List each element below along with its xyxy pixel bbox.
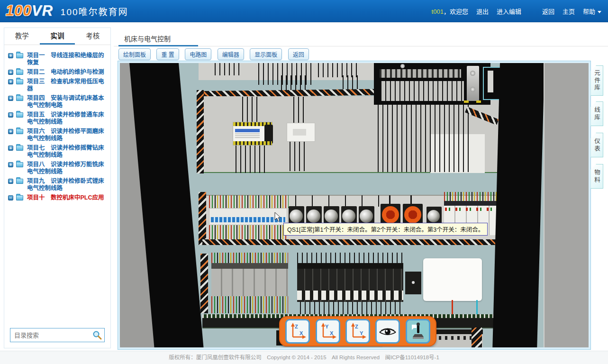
mini-relay-row[interactable] <box>297 263 403 302</box>
relay-module[interactable] <box>287 123 315 142</box>
open-folder-icon <box>16 195 23 200</box>
expand-plus-icon[interactable] <box>8 146 13 151</box>
hazard-duct-left <box>197 90 204 173</box>
tree-item-label: 项目七 识读并检修摇臂钻床电气控制线路 <box>27 145 104 158</box>
view-eye-button[interactable] <box>375 319 400 344</box>
contactor-caps <box>444 201 501 206</box>
folder-icon <box>16 79 23 84</box>
tree-item-selected[interactable]: 项目十 数控机床中PLC应用 <box>6 194 109 203</box>
view-front-button[interactable]: Z X <box>285 319 310 344</box>
tab-training[interactable]: 实训 <box>40 28 75 45</box>
return-button[interactable]: 返回 <box>288 48 309 60</box>
nav-enter-edit[interactable]: 进入编辑 <box>497 7 521 16</box>
expand-plus-icon[interactable] <box>8 96 13 101</box>
tab-wire-library[interactable]: 线库 <box>590 101 603 126</box>
eye-icon <box>378 322 397 341</box>
expand-plus-icon[interactable] <box>8 129 13 134</box>
welcome-text: t001，欢迎您 <box>432 7 468 16</box>
tree-item[interactable]: 项目七 识读并检修摇臂钻床电气控制线路 <box>6 144 109 161</box>
estop-knob <box>404 206 421 223</box>
expand-plus-icon[interactable] <box>8 112 13 118</box>
3d-viewport[interactable]: QS1[正常]第1个开关：未闭合。第2个开关：未闭合。第3个开关：未闭合。 Z <box>120 63 589 347</box>
expand-plus-icon[interactable] <box>8 179 13 184</box>
contactor-indicators <box>445 208 500 211</box>
button-knob <box>427 210 440 222</box>
tab-materials[interactable]: 物料 <box>590 164 603 189</box>
hazard-duct-bottom <box>202 239 502 245</box>
hazard-duct-stub <box>472 328 482 347</box>
search-icon[interactable] <box>92 330 102 340</box>
expand-plus-icon[interactable] <box>8 70 13 75</box>
colored-wires <box>211 296 288 313</box>
hazard-duct-left <box>200 254 208 313</box>
tree-item[interactable]: 项目八 识读并检修万能铣床电气控制线路 <box>6 161 109 177</box>
nav-help-label: 帮助 <box>583 8 595 15</box>
chevron-down-icon <box>598 11 601 15</box>
terminal-connector[interactable] <box>405 272 421 294</box>
tree-item[interactable]: 项目二 电动机的维护与检测 <box>6 68 109 78</box>
indicator-mark <box>476 100 481 103</box>
tab-component-library[interactable]: 元件库 <box>590 65 603 96</box>
reset-button[interactable]: 重 置 <box>156 48 179 60</box>
collapse-minus-icon[interactable] <box>8 195 13 200</box>
transformer-text-lines <box>235 134 260 139</box>
tree-item-label: 项目三 检查机床常用低压电器 <box>27 78 104 92</box>
draw-panel-button[interactable]: 绘制面板 <box>118 48 151 60</box>
folder-icon <box>16 162 23 167</box>
wire-bundle <box>215 63 239 75</box>
wire-bundle <box>293 97 308 123</box>
tree-item-label: 项目六 识读并检修平面磨床电气控制线路 <box>27 128 104 142</box>
view-joystick-button[interactable] <box>406 319 430 344</box>
tree-item[interactable]: 项目九 识读并检修卧式镗床电气控制线路 <box>6 177 109 194</box>
circuit-diagram-button[interactable]: 电路图 <box>185 48 211 60</box>
expand-plus-icon[interactable] <box>8 79 13 84</box>
site-logo[interactable]: 100 VR <box>6 2 53 19</box>
folder-icon <box>16 112 23 118</box>
search-input[interactable] <box>10 328 105 342</box>
cyan-wire <box>476 300 478 314</box>
mini-relay-caps <box>297 263 403 269</box>
svg-text:Z: Z <box>355 324 358 329</box>
tree-item-label: 项目五 识读并检修普通车床电气控制线路 <box>27 111 104 125</box>
wire-bundle <box>236 146 267 173</box>
folder-icon <box>16 96 23 101</box>
tab-assessment[interactable]: 考核 <box>75 28 110 45</box>
folder-icon <box>16 70 23 75</box>
svg-text:Y: Y <box>360 330 363 336</box>
tab-teaching[interactable]: 教学 <box>4 28 40 45</box>
nav-logout[interactable]: 退出 <box>476 7 489 16</box>
nav-help[interactable]: 帮助 <box>583 7 601 16</box>
view-top-button[interactable]: Y X <box>316 319 340 344</box>
content-tab-title[interactable]: 机床与电气控制 <box>124 34 171 43</box>
expand-plus-icon[interactable] <box>8 53 13 58</box>
screw-icon <box>470 87 475 92</box>
catalog-search <box>10 328 105 342</box>
nav-back[interactable]: 返回 <box>542 7 554 16</box>
site-name: 100唯尔教育网 <box>61 5 128 18</box>
plc-module[interactable] <box>374 63 490 105</box>
joystick-icon <box>408 322 427 341</box>
tree-item[interactable]: 项目五 识读并检修普通车床电气控制线路 <box>6 111 109 127</box>
wire-bundle <box>281 75 309 91</box>
transformer[interactable] <box>233 122 272 146</box>
view-side-button[interactable]: Z Y <box>345 319 370 344</box>
nav-home[interactable]: 主页 <box>563 7 575 16</box>
tree-item[interactable]: 项目三 检查机床常用低压电器 <box>6 78 109 94</box>
relay-bank[interactable] <box>211 263 288 296</box>
editor-button[interactable]: 编辑器 <box>218 48 244 60</box>
show-panel-button[interactable]: 显示面板 <box>250 48 282 60</box>
wire-stems <box>389 195 427 205</box>
wire-bundle <box>343 75 362 91</box>
tab-instruments[interactable]: 仪表 <box>590 133 603 157</box>
colored-wires <box>209 195 289 208</box>
mouse-cursor <box>274 212 281 222</box>
tree-item[interactable]: 项目六 识读并检修平面磨床电气控制线路 <box>6 127 109 144</box>
button-knob <box>290 209 303 223</box>
axis-yx-icon: Y X <box>319 322 337 340</box>
tree-item[interactable]: 项目四 安装与调试机床基本电气控制电路 <box>6 94 109 111</box>
tree-item[interactable]: 项目一 导线连接和绝缘层的恢复 <box>6 52 109 68</box>
expand-plus-icon[interactable] <box>8 162 13 167</box>
transformer-label <box>235 129 260 132</box>
scene-toolbar: 绘制面板 重 置 电路图 编辑器 显示面板 返回 <box>114 46 608 62</box>
tree-item-label: 项目十 数控机床中PLC应用 <box>27 194 104 201</box>
